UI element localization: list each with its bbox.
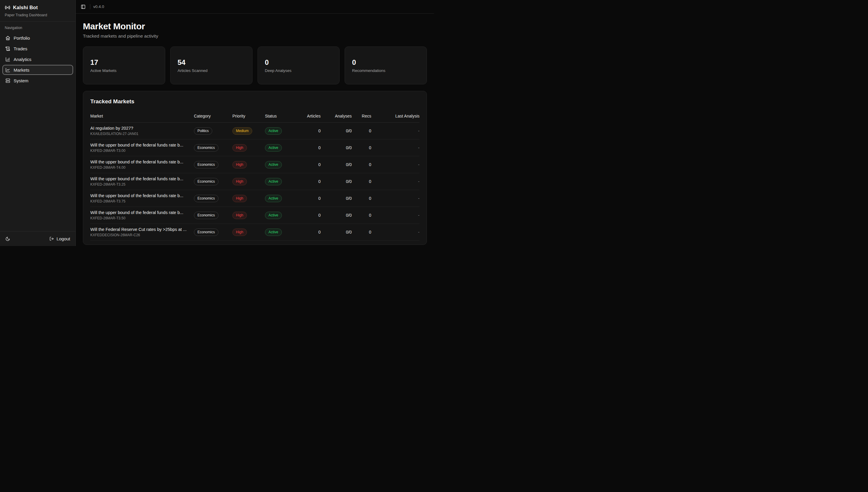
stat-card: 54 Articles Scanned	[170, 47, 252, 84]
sidebar-item-label: Portfolio	[14, 35, 30, 41]
moon-icon	[5, 237, 10, 241]
analyses-count: 0/0	[321, 196, 352, 201]
table-row[interactable]: Will the upper bound of the federal fund…	[90, 207, 420, 224]
sidebar-item-system[interactable]: System	[2, 75, 73, 85]
theme-toggle-button[interactable]	[5, 237, 10, 241]
column-header-last-analysis: Last Analysis	[371, 114, 420, 118]
nav-section-label: Navigation	[2, 26, 73, 33]
column-header-status: Status	[265, 114, 292, 118]
radio-icon	[5, 5, 10, 10]
chart-line-icon	[5, 68, 10, 73]
stat-label: Deep Analyses	[265, 68, 332, 73]
table-row[interactable]: Will the upper bound of the federal fund…	[90, 156, 420, 173]
category-badge: Economics	[194, 178, 219, 185]
topbar: v0.4.0	[76, 0, 434, 14]
sidebar-footer: Logout	[0, 231, 75, 246]
status-badge: Active	[265, 178, 282, 185]
market-title: Will the upper bound of the federal fund…	[90, 193, 194, 198]
column-header-priority: Priority	[232, 114, 265, 118]
articles-count: 0	[292, 128, 321, 133]
priority-badge: High	[232, 178, 247, 185]
category-badge: Economics	[194, 161, 219, 168]
articles-count: 0	[292, 230, 321, 235]
analyses-count: 0/0	[321, 162, 352, 167]
recs-count: 0	[352, 179, 371, 184]
table-title: Tracked Markets	[90, 98, 420, 105]
market-title: AI regulation by 2027?	[90, 126, 194, 130]
last-analysis: -	[371, 179, 420, 184]
stat-value: 54	[178, 58, 245, 67]
table-row[interactable]: Will the Federal Reserve Cut rates by >2…	[90, 224, 420, 241]
status-badge: Active	[265, 195, 282, 202]
recs-count: 0	[352, 213, 371, 218]
category-badge: Economics	[194, 228, 219, 236]
sidebar-toggle-button[interactable]	[79, 3, 87, 11]
sidebar-item-markets[interactable]: Markets	[2, 65, 73, 75]
sidebar-header: Kalshi Bot Paper Trading Dashboard	[0, 0, 75, 22]
stat-label: Recommendations	[352, 68, 420, 73]
page-content: Market Monitor Tracked markets and pipel…	[76, 14, 434, 246]
stat-label: Active Markets	[90, 68, 158, 73]
last-analysis: -	[371, 145, 420, 150]
priority-badge: High	[232, 144, 247, 152]
sidebar: Kalshi Bot Paper Trading Dashboard Navig…	[0, 0, 76, 246]
market-ticker: KXAILEGISLATION-27-JAN01	[90, 132, 194, 136]
last-analysis: -	[371, 230, 420, 235]
recs-count: 0	[352, 230, 371, 235]
analyses-count: 0/0	[321, 179, 352, 184]
status-badge: Active	[265, 144, 282, 152]
market-ticker: KXFED-26MAR-T3.25	[90, 182, 194, 187]
column-header-market: Market	[90, 114, 194, 118]
market-ticker: KXFED-26MAR-T4.00	[90, 166, 194, 170]
table-row[interactable]: Will the upper bound of the federal fund…	[90, 140, 420, 156]
column-header-recs: Recs	[352, 114, 371, 118]
sidebar-nav: Navigation Portfolio Trades Analytics Ma…	[0, 22, 75, 231]
market-ticker: KXFEDDECISION-26MAR-C26	[90, 233, 194, 237]
sidebar-item-label: Trades	[14, 46, 27, 51]
app-window: Kalshi Bot Paper Trading Dashboard Navig…	[0, 0, 434, 246]
sidebar-item-portfolio[interactable]: Portfolio	[2, 33, 73, 43]
analyses-count: 0/0	[321, 145, 352, 150]
market-ticker: KXFED-26MAR-T3.75	[90, 199, 194, 203]
sidebar-item-trades[interactable]: Trades	[2, 44, 73, 54]
status-badge: Active	[265, 127, 282, 135]
column-header-analyses: Analyses	[321, 114, 352, 118]
chart-column-icon	[5, 57, 10, 62]
market-title: Will the upper bound of the federal fund…	[90, 210, 194, 215]
stat-card: 0 Deep Analyses	[257, 47, 340, 84]
market-title: Will the upper bound of the federal fund…	[90, 176, 194, 181]
last-analysis: -	[371, 162, 420, 167]
version-label: v0.4.0	[93, 4, 104, 9]
stat-cards: 17 Active Markets 54 Articles Scanned 0 …	[83, 47, 427, 84]
tracked-markets-card: Tracked Markets MarketCategoryPrioritySt…	[83, 91, 427, 245]
table-row[interactable]: Will the upper bound of the federal fund…	[90, 190, 420, 207]
market-title: Will the upper bound of the federal fund…	[90, 159, 194, 164]
server-icon	[5, 78, 10, 83]
analyses-count: 0/0	[321, 230, 352, 235]
stat-value: 0	[352, 58, 420, 67]
category-badge: Economics	[194, 144, 219, 152]
sidebar-item-analytics[interactable]: Analytics	[2, 54, 73, 64]
table-row[interactable]: Will the upper bound of the federal fund…	[90, 173, 420, 190]
logout-button[interactable]: Logout	[49, 236, 70, 241]
last-analysis: -	[371, 196, 420, 201]
status-badge: Active	[265, 212, 282, 219]
sidebar-item-label: System	[14, 78, 28, 83]
priority-badge: High	[232, 161, 247, 168]
recs-count: 0	[352, 128, 371, 133]
panel-left-icon	[81, 4, 85, 9]
stat-card: 0 Recommendations	[345, 47, 427, 84]
category-badge: Economics	[194, 212, 219, 219]
market-ticker: KXFED-26MAR-T3.00	[90, 149, 194, 153]
articles-count: 0	[292, 179, 321, 184]
page-subtitle: Tracked markets and pipeline activity	[83, 33, 427, 39]
priority-badge: High	[232, 195, 247, 202]
house-icon	[5, 35, 10, 41]
stat-label: Articles Scanned	[178, 68, 245, 73]
market-title: Will the Federal Reserve Cut rates by >2…	[90, 227, 194, 232]
analyses-count: 0/0	[321, 128, 352, 133]
table-row[interactable]: AI regulation by 2027? KXAILEGISLATION-2…	[90, 123, 420, 140]
status-badge: Active	[265, 228, 282, 236]
stat-card: 17 Active Markets	[83, 47, 165, 84]
stat-value: 0	[265, 58, 332, 67]
